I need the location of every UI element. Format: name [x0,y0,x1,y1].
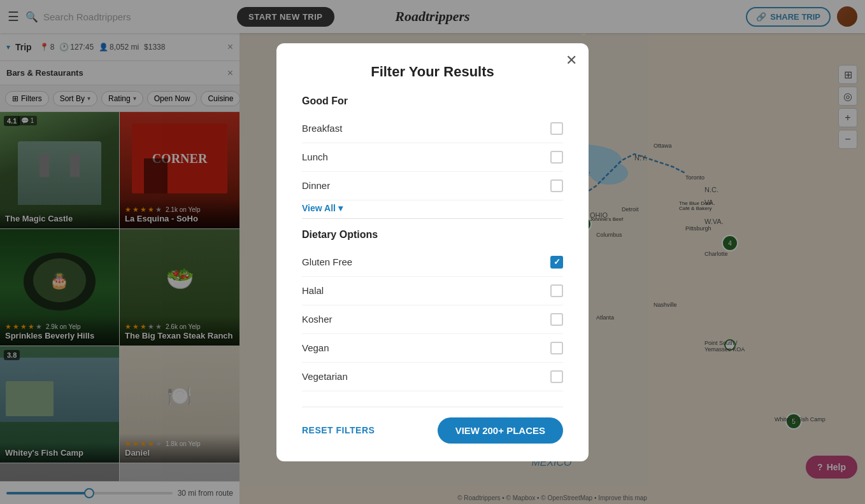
kosher-checkbox[interactable] [550,313,563,326]
filter-modal: Filter Your Results ✕ Good For Breakfast… [276,43,589,461]
gluten-free-label: Gluten Free [302,256,352,267]
dietary-section-title: Dietary Options [302,229,563,241]
filter-vegan[interactable]: Vegan [302,334,563,363]
modal-close-button[interactable]: ✕ [566,52,577,69]
filter-kosher[interactable]: Kosher [302,305,563,334]
modal-title: Filter Your Results [302,64,563,80]
modal-footer: RESET FILTERS VIEW 200+ PLACES [302,407,563,444]
vegan-label: Vegan [302,342,329,353]
filter-dinner[interactable]: Dinner [302,172,563,200]
vegetarian-label: Vegetarian [302,371,348,382]
modal-overlay: Filter Your Results ✕ Good For Breakfast… [0,0,865,504]
vegan-checkbox[interactable] [550,342,563,354]
dinner-label: Dinner [302,180,330,191]
lunch-checkbox[interactable] [550,151,563,164]
filter-breakfast[interactable]: Breakfast [302,115,563,143]
view-all-link[interactable]: View All ▾ [302,203,563,213]
section-divider [302,218,563,219]
halal-checkbox[interactable] [550,284,563,297]
filter-lunch[interactable]: Lunch [302,143,563,172]
kosher-label: Kosher [302,314,332,325]
gluten-free-checkbox[interactable] [550,256,563,269]
chevron-down-icon: ▾ [338,203,343,213]
filter-vegetarian[interactable]: Vegetarian [302,363,563,391]
view-all-label: View All [302,203,336,213]
reset-filters-button[interactable]: RESET FILTERS [302,425,375,435]
dinner-checkbox[interactable] [550,179,563,192]
filter-halal[interactable]: Halal [302,277,563,305]
lunch-label: Lunch [302,151,328,162]
halal-label: Halal [302,285,324,296]
vegetarian-checkbox[interactable] [550,370,563,383]
filter-gluten-free[interactable]: Gluten Free [302,248,563,277]
breakfast-label: Breakfast [302,123,342,134]
breakfast-checkbox[interactable] [550,122,563,135]
good-for-section-title: Good For [302,95,563,107]
view-places-button[interactable]: VIEW 200+ PLACES [438,417,563,444]
